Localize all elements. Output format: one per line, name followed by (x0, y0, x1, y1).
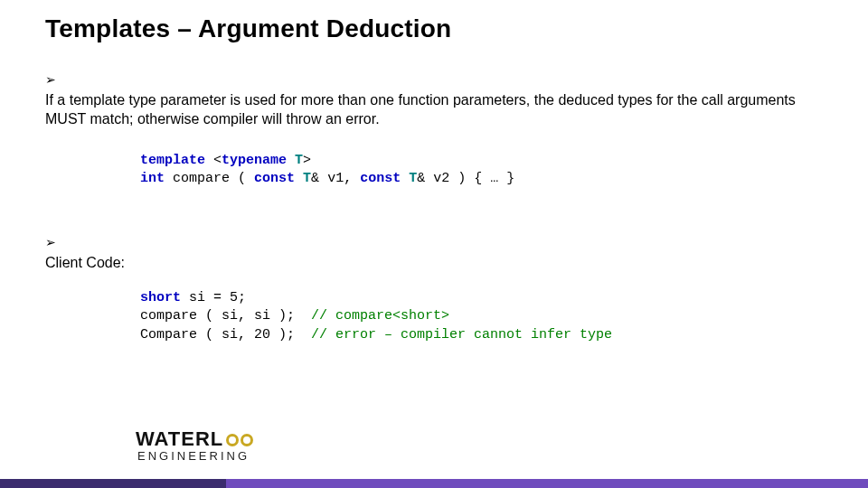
bullet-arrow-icon: ➢ (45, 233, 61, 252)
slide: Templates – Argument Deduction ➢ If a te… (0, 0, 868, 488)
bullet-1: ➢ If a template type parameter is used f… (45, 70, 823, 129)
footer-bar-right (226, 479, 868, 488)
bullet-arrow-icon: ➢ (45, 70, 61, 89)
logo-rings-icon (226, 433, 253, 446)
logo-subtext: ENGINEERING (137, 449, 326, 463)
kw-int: int (140, 171, 165, 186)
kw-typename: typename (222, 153, 287, 168)
comment-2: // error – compiler cannot infer type (311, 327, 612, 343)
code-block-1: template <typename T> int compare ( cons… (140, 152, 823, 189)
kw-short: short (140, 290, 181, 305)
bullet-2-text: Client Code: (45, 253, 803, 273)
waterloo-logo: WATERL ENGINEERING (136, 427, 326, 463)
code-block-2: short si = 5; compare ( si, si ); // com… (140, 289, 823, 344)
comment-1: // compare<short> (311, 308, 449, 324)
type-T: T (295, 153, 303, 168)
bullet-1-text: If a template type parameter is used for… (45, 90, 803, 129)
logo-wordmark: WATERL (136, 427, 326, 451)
slide-title: Templates – Argument Deduction (45, 14, 451, 43)
kw-template: template (140, 153, 205, 168)
bullet-2: ➢ Client Code: (45, 233, 823, 272)
footer-bar-left (0, 479, 226, 488)
